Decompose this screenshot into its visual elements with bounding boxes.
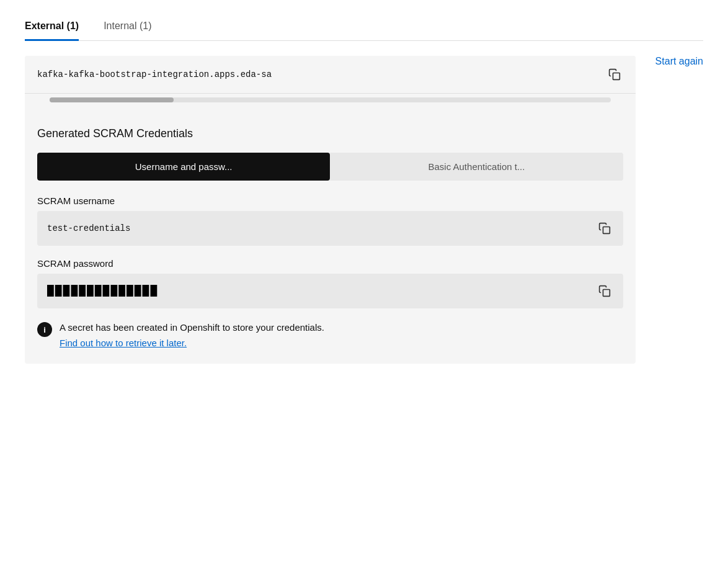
scrollbar-track[interactable] <box>50 97 611 102</box>
info-content: A secret has been created in Openshift t… <box>60 321 324 349</box>
scram-username-label: SCRAM username <box>37 195 623 206</box>
tab-username-password[interactable]: Username and passw... <box>37 153 330 181</box>
copy-password-icon <box>598 285 611 297</box>
copy-password-button[interactable] <box>596 282 613 300</box>
copy-icon <box>608 68 621 81</box>
svg-rect-2 <box>603 290 610 297</box>
copy-username-icon <box>598 222 611 235</box>
scram-password-label: SCRAM password <box>37 258 623 269</box>
scram-username-field-row: test-credentials <box>37 211 623 246</box>
tab-basic-auth[interactable]: Basic Authentication t... <box>330 153 623 181</box>
scrollbar-thumb <box>50 97 174 102</box>
find-out-link[interactable]: Find out how to retrieve it later. <box>60 338 187 348</box>
tab-external[interactable]: External (1) <box>25 13 79 41</box>
credentials-section: Generated SCRAM Credentials Username and… <box>25 112 636 364</box>
copy-bootstrap-button[interactable] <box>606 66 623 83</box>
svg-rect-1 <box>603 227 610 234</box>
info-icon: i <box>37 322 52 337</box>
copy-username-button[interactable] <box>596 220 613 237</box>
scram-username-value: test-credentials <box>47 223 588 233</box>
start-again-link[interactable]: Start again <box>655 56 703 66</box>
start-again-container: Start again <box>655 56 703 67</box>
content-area: kafka-kafka-bootstrap-integration.apps.e… <box>25 56 703 364</box>
scram-password-field-row: ██████████████ <box>37 274 623 308</box>
main-panel: kafka-kafka-bootstrap-integration.apps.e… <box>25 56 636 364</box>
section-title: Generated SCRAM Credentials <box>37 127 623 140</box>
bootstrap-server-row: kafka-kafka-bootstrap-integration.apps.e… <box>25 56 636 94</box>
tab-internal[interactable]: Internal (1) <box>104 13 151 41</box>
info-box: i A secret has been created in Openshift… <box>37 321 623 349</box>
credential-tab-switcher: Username and passw... Basic Authenticati… <box>37 153 623 181</box>
top-tabs: External (1) Internal (1) <box>25 12 703 41</box>
svg-rect-0 <box>613 73 619 80</box>
scram-password-value: ██████████████ <box>47 285 588 297</box>
bootstrap-server-value: kafka-kafka-bootstrap-integration.apps.e… <box>37 70 598 79</box>
info-text: A secret has been created in Openshift t… <box>60 321 324 335</box>
